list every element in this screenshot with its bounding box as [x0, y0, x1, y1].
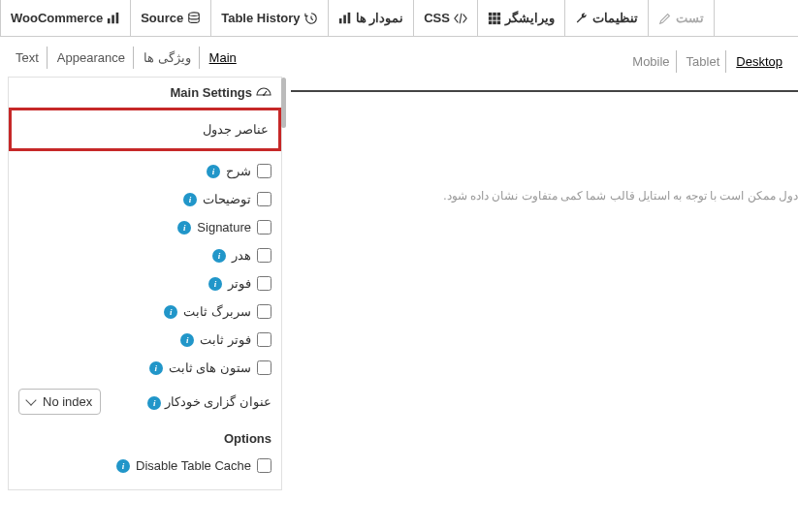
svg-rect-13	[489, 20, 493, 24]
sidebar-tab-main[interactable]: Main	[202, 47, 244, 69]
sidebar-tabs: Text Appearance ویژگی ها Main	[0, 37, 290, 77]
auto-index-row: No index i عنوان گزاری خودکار	[18, 382, 271, 422]
setting-label: Signature	[197, 220, 251, 235]
tab-source[interactable]: Source	[131, 0, 211, 36]
tab-css[interactable]: CSS	[414, 0, 478, 36]
setting-item: i Signature	[18, 213, 271, 241]
setting-item: i فوتر	[18, 269, 271, 297]
sidebar-tab-appearance[interactable]: Appearance	[49, 47, 134, 69]
history-icon	[304, 12, 318, 25]
info-icon[interactable]: i	[116, 459, 130, 473]
checkbox-signature[interactable]	[257, 220, 271, 235]
content-row: Text Appearance ویژگی ها Main Main Setti…	[0, 37, 798, 532]
top-tabs: WooCommerce Source Table History نمودار …	[0, 0, 798, 37]
svg-rect-9	[497, 12, 501, 16]
preview-tab-desktop[interactable]: Desktop	[730, 50, 788, 73]
checkbox-description[interactable]	[257, 164, 271, 178]
svg-rect-0	[108, 18, 111, 23]
info-icon[interactable]: i	[164, 305, 177, 319]
tab-editor[interactable]: ویرایشگر	[478, 0, 565, 36]
tab-test[interactable]: تست	[649, 0, 715, 36]
tab-table-history[interactable]: Table History	[211, 0, 328, 36]
main-area: Mobile Tablet Desktop دول ممکن است با تو…	[291, 37, 798, 532]
setting-item: i هدر	[18, 241, 271, 269]
tab-settings-label: تنظیمات	[592, 11, 638, 25]
sidebar-tab-text[interactable]: Text	[8, 47, 48, 69]
code-icon	[454, 12, 467, 25]
chart-icon	[338, 12, 352, 25]
info-icon[interactable]: i	[208, 277, 222, 291]
info-icon[interactable]: i	[147, 396, 161, 410]
setting-label: فوتر	[228, 276, 251, 291]
sidebar-tab-features[interactable]: ویژگی ها	[136, 47, 200, 69]
spacer	[715, 0, 798, 36]
tab-table-history-label: Table History	[221, 11, 300, 25]
svg-rect-2	[116, 12, 119, 22]
chevron-down-icon	[25, 394, 36, 405]
info-icon[interactable]: i	[180, 333, 194, 347]
info-icon[interactable]: i	[177, 221, 191, 235]
checkbox-explanations[interactable]	[257, 192, 271, 206]
main-settings-panel: Main Settings عناصر جدول i شرح i توضیحات	[8, 77, 282, 490]
setting-label: توضیحات	[203, 192, 251, 206]
preview-tab-tablet[interactable]: Tablet	[681, 50, 727, 73]
checkbox-footer[interactable]	[257, 276, 271, 291]
setting-item: i شرح	[18, 157, 271, 185]
checkbox-fixed-header[interactable]	[257, 304, 271, 319]
svg-rect-1	[112, 15, 114, 23]
svg-rect-7	[489, 12, 493, 16]
highlighted-label: عناصر جدول	[203, 122, 269, 137]
info-icon[interactable]: i	[212, 249, 226, 263]
setting-label: Disable Table Cache	[136, 458, 251, 473]
wrench-icon	[575, 12, 589, 25]
preview-tab-mobile[interactable]: Mobile	[626, 50, 676, 73]
preview-note: دول ممکن است با توجه به استایل قالب شما …	[291, 92, 798, 203]
checkbox-fixed-footer[interactable]	[257, 332, 271, 347]
checkbox-header[interactable]	[257, 248, 271, 263]
checkbox-disable-cache[interactable]	[257, 458, 271, 473]
info-icon[interactable]: i	[149, 361, 163, 375]
auto-index-label-wrap: i عنوان گزاری خودکار	[147, 394, 271, 410]
setting-item: i فوتر ثابت	[18, 326, 271, 354]
info-icon[interactable]: i	[207, 165, 220, 178]
options-heading: Options	[18, 422, 271, 452]
info-icon[interactable]: i	[183, 193, 197, 206]
svg-rect-10	[489, 16, 493, 20]
setting-label: فوتر ثابت	[200, 332, 251, 347]
grid-icon	[488, 12, 501, 25]
settings-list: i شرح i توضیحات i Signature i هدر	[9, 151, 281, 489]
svg-rect-4	[338, 18, 341, 23]
pencil-icon	[658, 12, 672, 25]
panel-header: Main Settings	[9, 78, 281, 108]
setting-item: i توضیحات	[18, 185, 271, 213]
svg-rect-8	[493, 12, 496, 16]
auto-index-select[interactable]: No index	[18, 389, 101, 415]
tab-editor-label: ویرایشگر	[505, 11, 555, 25]
setting-label: سربرگ ثابت	[183, 304, 251, 319]
highlighted-section: عناصر جدول	[9, 108, 281, 151]
database-icon	[187, 12, 201, 25]
chart-icon	[107, 12, 120, 25]
auto-index-value: No index	[43, 394, 92, 409]
setting-label: شرح	[226, 164, 251, 178]
tab-source-label: Source	[141, 11, 183, 25]
setting-item: i سربرگ ثابت	[18, 297, 271, 326]
panel-title: Main Settings	[170, 85, 252, 100]
svg-rect-15	[497, 20, 501, 24]
setting-item: i Disable Table Cache	[18, 452, 271, 480]
svg-rect-11	[493, 16, 496, 20]
checkbox-fixed-columns[interactable]	[257, 360, 271, 375]
setting-item: i ستون های ثابت	[18, 354, 271, 382]
tab-test-label: تست	[676, 11, 704, 25]
tab-woocommerce[interactable]: WooCommerce	[0, 0, 131, 36]
setting-label: ستون های ثابت	[169, 360, 251, 375]
tab-charts[interactable]: نمودار ها	[329, 0, 415, 36]
tab-woocommerce-label: WooCommerce	[11, 11, 103, 25]
svg-rect-14	[493, 20, 496, 24]
svg-point-3	[189, 12, 200, 16]
preview-tabs: Mobile Tablet Desktop	[291, 47, 798, 82]
tab-css-label: CSS	[424, 11, 450, 25]
sidebar: Text Appearance ویژگی ها Main Main Setti…	[0, 37, 291, 532]
tab-settings[interactable]: تنظیمات	[565, 0, 649, 36]
auto-index-label: عنوان گزاری خودکار	[165, 394, 271, 409]
